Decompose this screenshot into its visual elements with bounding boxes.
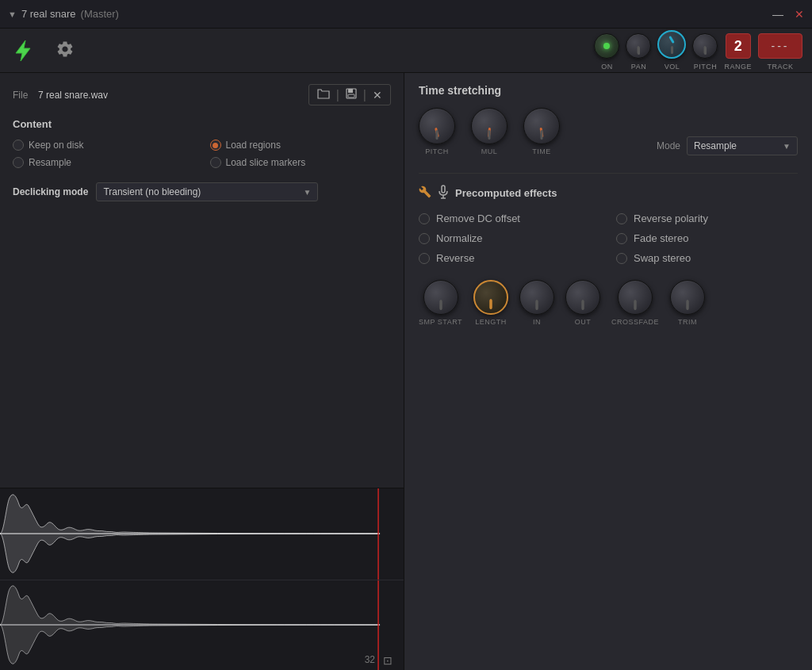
svg-marker-0 <box>16 40 30 61</box>
track-label: TRACK <box>767 63 793 71</box>
pan-label: PAN <box>631 63 646 71</box>
fx-label-reverse-polarity: Reverse polarity <box>634 212 708 224</box>
radio-circle-resample <box>13 157 24 168</box>
crossfade-knob[interactable] <box>618 280 653 315</box>
radio-label-load-regions: Load regions <box>226 140 281 151</box>
vol-label: VOL <box>665 63 680 71</box>
declicking-value: Transient (no bleeding) <box>103 186 201 197</box>
fx-normalize[interactable]: Normalize <box>419 232 600 244</box>
window-subtitle: (Master) <box>81 8 119 20</box>
pan-knob[interactable] <box>626 33 651 59</box>
fx-label-fade-stereo: Fade stereo <box>634 232 688 244</box>
close-button[interactable]: ✕ <box>795 9 804 20</box>
time-stretching-row: PITCH MUL TIME Mode Resample <box>419 108 798 155</box>
content-section-title: Content <box>13 118 391 130</box>
main-area: File 7 real snare.wav | <box>0 73 812 670</box>
mul-ts-group: MUL <box>471 108 508 155</box>
fx-remove-dc-offset[interactable]: Remove DC offset <box>419 212 600 224</box>
trim-knob[interactable] <box>670 280 705 315</box>
mul-ts-knob[interactable] <box>471 108 508 144</box>
on-knob[interactable] <box>594 33 619 59</box>
title-bar: ▼ 7 real snare (Master) — ✕ <box>0 0 812 29</box>
mode-arrow: ▼ <box>783 142 791 151</box>
minimize-button[interactable]: — <box>772 9 783 20</box>
radio-circle-load-slice-markers <box>210 157 221 168</box>
crossfade-label: CROSSFADE <box>611 318 659 326</box>
left-panel: File 7 real snare.wav | <box>0 73 404 670</box>
waveform-container[interactable]: 32 ⊡ <box>0 488 404 670</box>
file-name: 7 real snare.wav <box>38 90 302 101</box>
radio-label-load-slice-markers: Load slice markers <box>226 157 306 168</box>
toolbar-controls: ON PAN VOL PITCH 2 RANGE <box>594 30 802 71</box>
pitch-ts-label: PITCH <box>425 147 449 155</box>
fx-swap-stereo[interactable]: Swap stereo <box>616 252 798 264</box>
smp-start-knob[interactable] <box>423 280 458 315</box>
radio-resample[interactable]: Resample <box>13 157 194 168</box>
range-badge[interactable]: 2 <box>726 33 751 59</box>
radio-load-slice-markers[interactable]: Load slice markers <box>210 157 392 168</box>
radio-load-regions[interactable]: Load regions <box>210 140 392 151</box>
title-bar-left: ▼ 7 real snare (Master) <box>8 8 119 20</box>
pitch-ts-knob[interactable] <box>419 108 455 144</box>
time-ts-group: TIME <box>523 108 560 155</box>
fx-fade-stereo[interactable]: Fade stereo <box>616 232 798 244</box>
left-panel-content: File 7 real snare.wav | <box>0 73 404 488</box>
fx-reverse-polarity[interactable]: Reverse polarity <box>616 212 798 224</box>
declicking-arrow: ▼ <box>303 188 311 197</box>
settings-icon[interactable] <box>56 40 73 61</box>
pitch-knob[interactable] <box>692 33 718 59</box>
file-close-icon[interactable]: ✕ <box>370 87 385 103</box>
track-control: --- TRACK <box>758 33 802 71</box>
track-button[interactable]: --- <box>758 33 802 59</box>
out-label: OUT <box>575 318 592 326</box>
pitch-ts-group: PITCH <box>419 108 455 155</box>
folder-icon[interactable] <box>314 86 333 103</box>
app-logo <box>10 39 36 63</box>
fx-grid: Remove DC offset Reverse polarity Normal… <box>419 212 798 264</box>
fx-radio-normalize <box>419 233 430 244</box>
length-label: LENGTH <box>475 318 507 326</box>
fx-label-remove-dc-offset: Remove DC offset <box>436 212 520 224</box>
pitch-label: PITCH <box>694 63 718 71</box>
time-ts-knob[interactable] <box>523 108 560 144</box>
crossfade-group: CROSSFADE <box>611 280 659 326</box>
waveform-clip-icon: ⊡ <box>383 654 393 667</box>
vol-knob[interactable] <box>657 30 686 59</box>
fx-title: Precomputed effects <box>455 187 557 199</box>
declicking-select[interactable]: Transient (no bleeding) ▼ <box>96 182 318 201</box>
on-label: ON <box>601 63 613 71</box>
mode-label: Mode <box>657 140 680 151</box>
svg-rect-3 <box>348 94 354 98</box>
waveform-page-number: 32 <box>365 654 375 665</box>
fx-label-reverse: Reverse <box>436 252 474 264</box>
toolbar: ON PAN VOL PITCH 2 RANGE <box>0 29 812 73</box>
in-knob[interactable] <box>519 280 554 315</box>
time-stretching-title: Time stretching <box>419 84 798 97</box>
smp-start-group: SMP START <box>419 280 462 326</box>
mode-row: Mode Resample ▼ <box>657 136 798 155</box>
save-icon[interactable] <box>343 86 360 103</box>
out-knob[interactable] <box>565 280 600 315</box>
fx-label-swap-stereo: Swap stereo <box>634 252 691 264</box>
mul-ts-label: MUL <box>481 147 498 155</box>
file-label: File <box>13 90 32 101</box>
in-label: IN <box>533 318 541 326</box>
title-bar-arrow[interactable]: ▼ <box>8 10 17 19</box>
radio-label-resample: Resample <box>29 157 71 168</box>
fx-mic-icon <box>438 185 449 201</box>
radio-keep-on-disk[interactable]: Keep on disk <box>13 140 194 151</box>
svg-rect-5 <box>442 186 445 193</box>
fx-radio-fade-stereo <box>616 233 627 244</box>
svg-rect-2 <box>348 89 353 93</box>
radio-label-keep-on-disk: Keep on disk <box>29 140 83 151</box>
mode-select[interactable]: Resample ▼ <box>687 136 798 155</box>
range-control: 2 RANGE <box>724 33 752 71</box>
trim-group: TRIM <box>670 280 705 326</box>
sample-knobs-row: SMP START LENGTH IN OUT <box>419 280 798 326</box>
length-knob[interactable] <box>473 280 508 315</box>
file-actions: | | ✕ <box>308 84 391 105</box>
fx-reverse[interactable]: Reverse <box>419 252 600 264</box>
declicking-label: Declicking mode <box>13 186 88 197</box>
mode-value: Resample <box>694 140 737 151</box>
pitch-control: PITCH <box>692 33 718 71</box>
